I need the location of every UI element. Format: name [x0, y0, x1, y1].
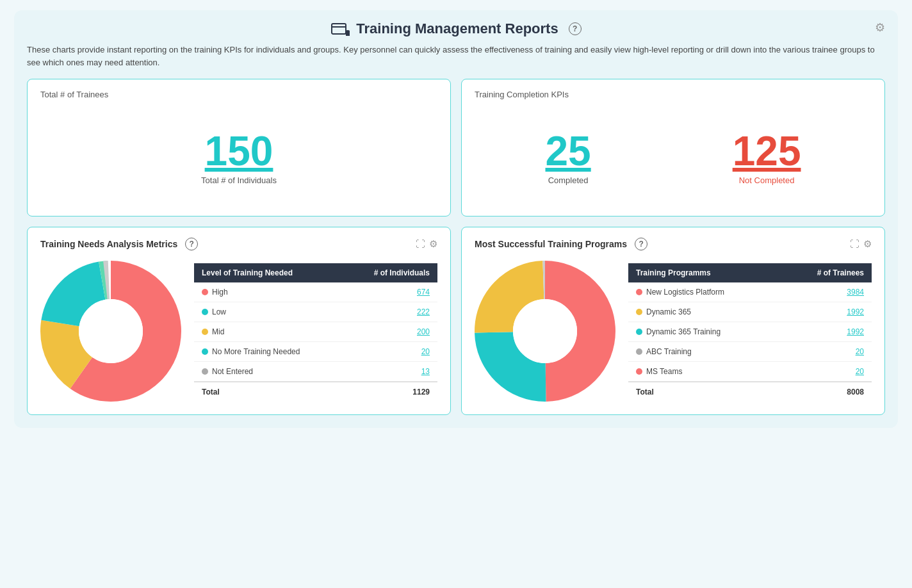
analysis-card: Training Needs Analysis Metrics ? ⛶ ⚙ [27, 227, 451, 415]
table-row: ABC Training 20 [628, 342, 872, 362]
top-cards-row: Total # of Trainees 150 Total # of Indiv… [27, 79, 885, 216]
analysis-table: Level of Training Needed # of Individual… [194, 263, 437, 402]
table-row: New Logistics Platform 3984 [628, 282, 872, 302]
row-value[interactable]: 20 [780, 362, 872, 382]
table-row: Dynamic 365 Training 1992 [628, 322, 872, 342]
table-row: MS Teams 20 [628, 362, 872, 382]
row-label: ABC Training [628, 342, 780, 362]
analysis-card-icons: ⛶ ⚙ [416, 238, 437, 250]
analysis-total-value: 1129 [343, 382, 437, 402]
page-title: Training Management Reports [356, 20, 558, 37]
row-value[interactable]: 3984 [780, 282, 872, 302]
header: Training Management Reports ? ⚙ [27, 20, 885, 37]
row-value[interactable]: 674 [343, 282, 437, 302]
programs-total-label: Total [628, 382, 780, 402]
analysis-donut-chart [40, 261, 181, 404]
row-value[interactable]: 1992 [780, 322, 872, 342]
trainees-card-title: Total # of Trainees [40, 90, 437, 99]
kpi-card: Training Completion KPIs 25 Completed 12… [461, 79, 885, 216]
header-help-icon[interactable]: ? [569, 22, 582, 35]
trainees-card-content: 150 Total # of Individuals [40, 110, 437, 206]
analysis-card-header: Training Needs Analysis Metrics ? ⛶ ⚙ [40, 238, 437, 250]
completed-number[interactable]: 25 [546, 131, 591, 172]
analysis-gear-icon[interactable]: ⚙ [429, 238, 437, 250]
row-label: Dynamic 365 [628, 302, 780, 322]
programs-expand-icon[interactable]: ⛶ [850, 238, 859, 250]
not-completed-item: 125 Not Completed [733, 131, 801, 185]
analysis-col-header-2: # of Individuals [343, 263, 437, 282]
analysis-help-icon[interactable]: ? [185, 238, 198, 250]
programs-col-header-1: Training Programms [628, 263, 780, 282]
row-value[interactable]: 20 [343, 342, 437, 362]
kpi-card-content: 25 Completed 125 Not Completed [475, 110, 872, 206]
row-label: Mid [194, 322, 343, 342]
completed-label: Completed [546, 176, 591, 185]
table-row: High 674 [194, 282, 437, 302]
trainees-label: Total # of Individuals [201, 176, 277, 185]
analysis-col-header-1: Level of Training Needed [194, 263, 343, 282]
programs-total-value: 8008 [780, 382, 872, 402]
svg-point-9 [79, 299, 143, 363]
programs-col-header-2: # of Trainees [780, 263, 872, 282]
row-value[interactable]: 13 [343, 362, 437, 382]
row-label: Low [194, 302, 343, 322]
row-value[interactable]: 222 [343, 302, 437, 322]
row-label: High [194, 282, 343, 302]
analysis-chart-table: Level of Training Needed # of Individual… [40, 261, 437, 404]
trainees-number[interactable]: 150 [205, 131, 273, 172]
kpi-card-title: Training Completion KPIs [475, 90, 872, 99]
bottom-cards-row: Training Needs Analysis Metrics ? ⛶ ⚙ [27, 227, 885, 415]
row-label: No More Training Needed [194, 342, 343, 362]
table-row: Not Entered 13 [194, 362, 437, 382]
row-label: Dynamic 365 Training [628, 322, 780, 342]
table-row: Mid 200 [194, 322, 437, 342]
row-value[interactable]: 20 [780, 342, 872, 362]
header-title: Training Management Reports ? [330, 20, 581, 37]
table-row: Dynamic 365 1992 [628, 302, 872, 322]
not-completed-label: Not Completed [733, 176, 801, 185]
row-label: Not Entered [194, 362, 343, 382]
table-row: No More Training Needed 20 [194, 342, 437, 362]
table-row: Low 222 [194, 302, 437, 322]
svg-rect-0 [332, 24, 346, 34]
row-value[interactable]: 200 [343, 322, 437, 342]
row-label: New Logistics Platform [628, 282, 780, 302]
programs-table: Training Programms # of Trainees New Log… [628, 263, 872, 402]
programs-help-icon[interactable]: ? [635, 238, 647, 250]
analysis-card-title-row: Training Needs Analysis Metrics ? [40, 238, 198, 250]
analysis-card-title: Training Needs Analysis Metrics [40, 239, 177, 249]
not-completed-number[interactable]: 125 [733, 131, 801, 172]
settings-icon[interactable]: ⚙ [875, 20, 885, 35]
programs-donut-chart [475, 261, 615, 404]
trainees-card: Total # of Trainees 150 Total # of Indiv… [27, 79, 451, 216]
page-description: These charts provide instant reporting o… [27, 44, 885, 69]
training-icon [330, 21, 350, 37]
programs-chart-table: Training Programms # of Trainees New Log… [475, 261, 872, 404]
analysis-expand-icon[interactable]: ⛶ [416, 238, 425, 250]
page-wrapper: Training Management Reports ? ⚙ These ch… [14, 10, 898, 428]
programs-card-icons: ⛶ ⚙ [850, 238, 872, 250]
programs-card-title-row: Most Successful Training Programs ? [475, 238, 647, 250]
svg-point-14 [513, 299, 577, 363]
programs-card-title: Most Successful Training Programs [475, 239, 627, 249]
programs-card-header: Most Successful Training Programs ? ⛶ ⚙ [475, 238, 872, 250]
analysis-total-label: Total [194, 382, 343, 402]
programs-gear-icon[interactable]: ⚙ [863, 238, 872, 250]
completed-item: 25 Completed [546, 131, 591, 185]
row-value[interactable]: 1992 [780, 302, 872, 322]
programs-card: Most Successful Training Programs ? ⛶ ⚙ [461, 227, 885, 415]
row-label: MS Teams [628, 362, 780, 382]
